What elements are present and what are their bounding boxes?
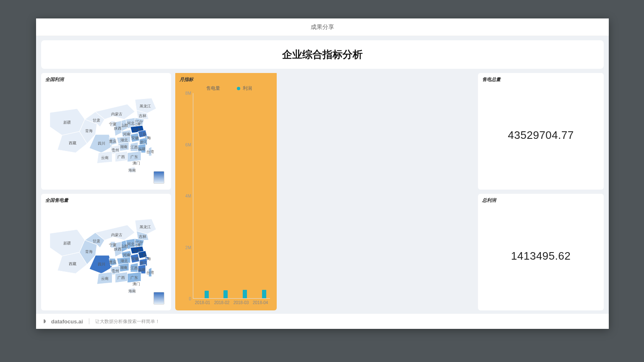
sheet-header-title: 成果分享 <box>311 23 334 31</box>
legend-label: 利润 <box>243 85 252 91</box>
province-label: 广东 <box>130 155 138 159</box>
card-title: 售电总量 <box>482 76 600 83</box>
bar-series2[interactable] <box>205 291 209 298</box>
province-label: 湖南 <box>120 145 127 149</box>
chart-legend: 售电量 利润 <box>179 85 273 91</box>
province-label: 吉林 <box>139 114 146 118</box>
province-label: 安徽 <box>131 136 139 140</box>
province-label: 广西 <box>117 276 125 280</box>
province-label: 重庆 <box>109 139 117 143</box>
province-label: 贵州 <box>112 148 119 152</box>
dashboard-title: 企业综合指标分析 <box>282 49 363 60</box>
footer-divider <box>89 318 89 324</box>
legend-item-series2[interactable]: 利润 <box>237 85 252 91</box>
china-map-svg: 新疆西藏青海甘肃内蒙古黑龙江吉林辽宁北京天津河北山西山东河南陕西宁夏四川重庆湖北… <box>45 205 167 307</box>
legend-item-series1[interactable]: 售电量 <box>200 85 220 91</box>
kpi-value: 1413495.62 <box>482 205 600 307</box>
province-label: 西藏 <box>69 262 76 266</box>
map-legend-icon <box>153 292 164 305</box>
province-label: 河南 <box>123 132 130 136</box>
bar-group[interactable] <box>213 93 232 298</box>
map-card-profit[interactable]: 全国利润 新疆西藏青海甘肃内蒙古黑龙江吉林辽宁北京天津河北山西山东河南陕西宁夏四… <box>41 73 171 190</box>
province-label: 贵州 <box>112 269 119 273</box>
footer-tagline: 让大数据分析像搜索一样简单！ <box>95 318 160 325</box>
bar-series1[interactable] <box>254 109 261 298</box>
dashboard-title-card: 企业综合指标分析 <box>41 40 604 69</box>
province-label: 重庆 <box>109 260 117 264</box>
province-label: 湖北 <box>120 138 128 142</box>
card-title: 全国售电量 <box>45 197 167 203</box>
province-label: 青海 <box>85 129 93 133</box>
province-label: 黑龙江 <box>140 225 151 229</box>
x-tick-label: 2018-02 <box>212 299 231 307</box>
bar-group[interactable] <box>232 93 251 298</box>
y-tick-label: 6M <box>181 142 191 147</box>
province-label: 福建 <box>138 147 145 151</box>
province-label: 云南 <box>101 156 109 160</box>
bars-container <box>193 93 270 299</box>
china-map-profit[interactable]: 新疆西藏青海甘肃内蒙古黑龙江吉林辽宁北京天津河北山西山东河南陕西宁夏四川重庆湖北… <box>45 84 167 186</box>
china-map-svg: 新疆西藏青海甘肃内蒙古黑龙江吉林辽宁北京天津河北山西山东河南陕西宁夏四川重庆湖北… <box>45 84 167 186</box>
province-label: 四川 <box>98 141 105 146</box>
bar-series2[interactable] <box>223 290 228 298</box>
province-label: 台湾 <box>146 150 154 154</box>
kpi-card-total-sales[interactable]: 售电总量 43529704.77 <box>478 73 604 190</box>
province-label: 河北 <box>127 121 135 125</box>
province-label: 黑龙江 <box>140 104 151 108</box>
china-map-sales[interactable]: 新疆西藏青海甘肃内蒙古黑龙江吉林辽宁北京天津河北山西山东河南陕西宁夏四川重庆湖北… <box>45 205 167 307</box>
card-title: 月指标 <box>179 76 273 83</box>
province-label: 河北 <box>127 242 135 246</box>
province-label: 内蒙古 <box>111 112 122 116</box>
province-label: 西藏 <box>69 141 76 145</box>
province-label: 澳门 <box>132 282 140 286</box>
province-label: 广西 <box>117 155 125 159</box>
bar-series1[interactable] <box>236 101 242 298</box>
bar-series1[interactable] <box>216 114 223 298</box>
province-label: 新疆 <box>63 241 71 245</box>
x-tick-label: 2018-03 <box>231 299 251 307</box>
kpi-value: 43529704.77 <box>482 84 600 186</box>
y-tick-label: 2M <box>181 245 191 250</box>
province-label: 浙江 <box>140 140 147 144</box>
kpi-card-total-profit[interactable]: 总利润 1413495.62 <box>478 194 604 310</box>
plot-area: 02M4M6M8M <box>193 93 270 299</box>
footer: datafocus.ai 让大数据分析像搜索一样简单！ <box>36 314 609 329</box>
bar-chart[interactable]: 02M4M6M8M 2018-012018-022018-032018-04 <box>179 93 273 307</box>
bar-series1[interactable] <box>197 126 204 298</box>
card-title: 总利润 <box>482 197 600 203</box>
province-label: 海南 <box>128 168 136 172</box>
x-axis: 2018-012018-022018-032018-04 <box>193 299 270 307</box>
legend-label: 售电量 <box>206 85 220 91</box>
province-label: 浙江 <box>140 261 147 265</box>
bar-series2[interactable] <box>243 290 247 298</box>
legend-swatch-icon <box>237 87 240 90</box>
province-label: 安徽 <box>131 257 139 261</box>
map-card-sales[interactable]: 全国售电量 新疆西藏青海甘肃内蒙古黑龙江吉林辽宁北京天津河北山西山东河南陕西宁夏… <box>41 194 171 310</box>
province-label: 新疆 <box>63 120 71 125</box>
province-label: 海南 <box>128 289 136 293</box>
sheet-header: 成果分享 <box>36 18 609 36</box>
bar-series2[interactable] <box>262 290 266 298</box>
y-tick-label: 0 <box>181 297 191 301</box>
brand-icon <box>43 318 49 324</box>
province-label: 河南 <box>123 253 130 257</box>
province-label: 甘肃 <box>93 239 100 243</box>
province-label: 江西 <box>130 145 138 149</box>
dashboard-grid: 全国利润 新疆西藏青海甘肃内蒙古黑龙江吉林辽宁北京天津河北山西山东河南陕西宁夏四… <box>41 73 604 310</box>
x-tick-label: 2018-04 <box>251 299 270 307</box>
brand-logo[interactable]: datafocus.ai <box>43 318 83 325</box>
province-label: 宁夏 <box>109 122 117 126</box>
province-label: 湖南 <box>120 266 127 270</box>
bar-chart-card[interactable]: 月指标 售电量 利润 02M4M6M8M 2 <box>175 73 277 310</box>
province-label: 内蒙古 <box>111 233 122 237</box>
province-label: 福建 <box>138 268 145 272</box>
province-label: 吉林 <box>139 234 146 239</box>
province-label: 江西 <box>130 266 138 270</box>
y-tick-label: 8M <box>181 91 191 96</box>
bar-group[interactable] <box>251 93 270 298</box>
bar-group[interactable] <box>193 93 213 298</box>
province-label: 广东 <box>130 276 138 280</box>
province-label: 甘肃 <box>93 118 100 122</box>
province-label: 台湾 <box>146 271 154 275</box>
province-label: 湖北 <box>120 259 128 263</box>
